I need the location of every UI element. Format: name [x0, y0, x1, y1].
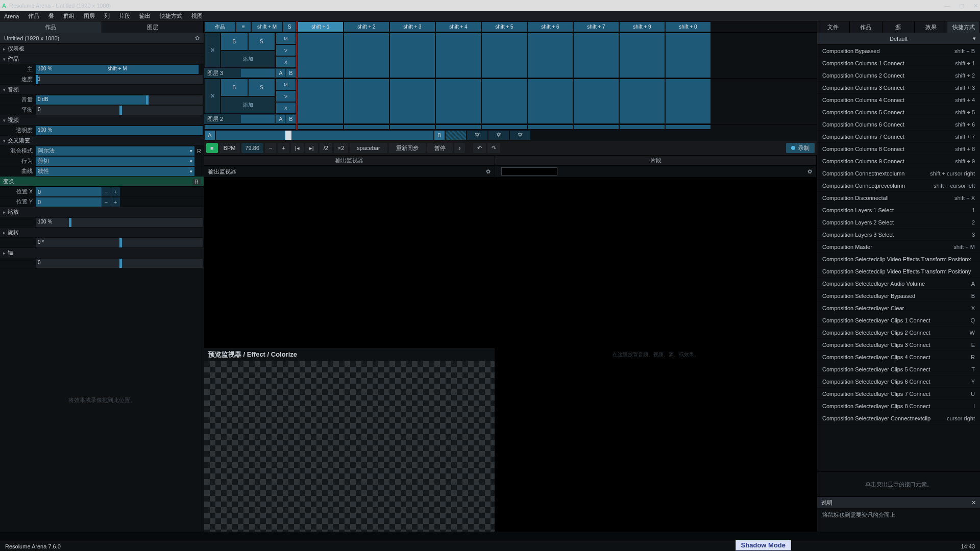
clip-cell[interactable]	[574, 79, 619, 123]
rtab-files[interactable]: 文件	[817, 21, 850, 33]
pause-button[interactable]: 暂停	[427, 143, 453, 153]
param-speed-slider[interactable]: 1	[36, 75, 203, 84]
cf-empty-2[interactable]: 空	[488, 131, 509, 140]
menu-group[interactable]: 群组	[63, 12, 75, 20]
behavior-dropdown[interactable]: 剪切	[36, 157, 194, 166]
shortcut-row[interactable]: Composition Columns 8 Connectshift + 8	[817, 143, 980, 155]
layer3-close[interactable]: ✕	[205, 33, 220, 67]
param-scale-slider[interactable]: 100 %	[36, 218, 203, 227]
layer2-x2[interactable]: X	[276, 103, 296, 113]
layer2-a[interactable]: A	[276, 115, 285, 123]
bpm-half[interactable]: /2	[320, 143, 332, 153]
layer3-v[interactable]: V	[276, 45, 296, 56]
menu-column[interactable]: 列	[104, 12, 110, 20]
shortcut-row[interactable]: Composition Connectnextcolumnshift + cur…	[817, 167, 980, 180]
clip-cell[interactable]	[344, 79, 389, 123]
param-r[interactable]: R	[194, 148, 204, 154]
rtab-shortcuts[interactable]: 快捷方式	[947, 21, 980, 33]
menu-composition[interactable]: 作品	[28, 12, 39, 20]
layer3-add[interactable]: 添加	[221, 51, 275, 68]
layer3-s[interactable]: S	[249, 33, 275, 50]
layer3-a[interactable]: A	[276, 69, 285, 77]
shortcut-row[interactable]: Composition Selectedlayer Clips 6 Connec…	[817, 375, 980, 388]
clip-cell[interactable]	[298, 79, 343, 123]
col-block-s[interactable]: S	[283, 22, 296, 32]
redo-button[interactable]: ↷	[487, 143, 500, 153]
section-anchor[interactable]: 锚	[0, 248, 204, 258]
shortcut-row[interactable]: Composition Selectedlayer Clips 7 Connec…	[817, 388, 980, 400]
clip-cell[interactable]	[390, 79, 435, 123]
layer2-add[interactable]: 添加	[221, 97, 275, 114]
posx-plus[interactable]: +	[111, 187, 120, 196]
menu-layer[interactable]: 图层	[84, 12, 95, 20]
layer2-b[interactable]: B	[221, 79, 248, 96]
shortcut-row[interactable]: Composition Selectedlayer Clips 8 Connec…	[817, 400, 980, 412]
column-header-3[interactable]: shift + 3	[390, 22, 435, 32]
bpm-minus[interactable]: −	[265, 143, 276, 153]
shortcut-row[interactable]: Composition Selectedlayer Clips 2 Connec…	[817, 327, 980, 339]
layer3-b[interactable]: B	[221, 33, 248, 50]
shortcut-row[interactable]: Composition Columns 7 Connectshift + 7	[817, 131, 980, 143]
output-gear-icon[interactable]: ✿	[486, 168, 491, 175]
section-video[interactable]: 视频	[0, 115, 204, 126]
shortcut-row[interactable]: Composition Selectedlayer ClearX	[817, 302, 980, 314]
shortcut-row[interactable]: Composition Selectedlayer Clips 4 Connec…	[817, 351, 980, 363]
shortcut-row[interactable]: Composition Selectedclip Video Effects T…	[817, 265, 980, 278]
menu-deck[interactable]: 叠	[48, 12, 54, 20]
layer2-v[interactable]: V	[276, 91, 296, 102]
param-anchor-slider[interactable]: 0	[36, 259, 203, 268]
param-opacity-slider[interactable]: 100 %	[36, 126, 203, 135]
col-block-comp[interactable]: 作品	[205, 22, 235, 32]
menu-clip[interactable]: 片段	[119, 12, 130, 20]
shortcut-row[interactable]: Composition Selectedlayer BypassedB	[817, 290, 980, 302]
shortcut-row[interactable]: Composition Columns 3 Connectshift + 3	[817, 82, 980, 94]
column-header-5[interactable]: shift + 5	[482, 22, 527, 32]
crossfader-hatch[interactable]	[446, 131, 466, 140]
maximize-button[interactable]: ▢	[959, 3, 964, 9]
layer3-bb[interactable]: B	[286, 69, 296, 77]
rtab-sources[interactable]: 源	[883, 21, 915, 33]
preset-dropdown[interactable]: Default	[817, 33, 980, 45]
layer3-fader[interactable]	[241, 69, 275, 77]
tab-layer[interactable]: 图层	[102, 21, 204, 33]
col-block-shiftm[interactable]: shift + M	[252, 22, 282, 32]
clip-cell[interactable]	[436, 79, 481, 123]
metronome-button[interactable]: ♪	[454, 143, 465, 153]
column-header-7[interactable]: shift + 7	[574, 22, 619, 32]
param-volume-slider[interactable]: 0 dB	[36, 95, 203, 105]
clip-cell[interactable]	[390, 125, 435, 129]
col-block-m[interactable]: ≡	[236, 22, 251, 32]
shortcut-row[interactable]: Composition Layers 3 Select3	[817, 229, 980, 241]
section-transform[interactable]: 变换	[3, 178, 14, 185]
shortcut-row[interactable]: Composition Columns 5 Connectshift + 5	[817, 106, 980, 118]
bpm-plus[interactable]: +	[278, 143, 289, 153]
clip-cell[interactable]	[666, 79, 710, 123]
clip-cell[interactable]	[482, 33, 527, 78]
layer2-bb[interactable]: B	[286, 115, 296, 123]
clip-cell[interactable]	[620, 33, 665, 78]
minimize-button[interactable]: —	[944, 3, 950, 9]
layer3-m[interactable]: M	[276, 33, 296, 44]
layer2-close[interactable]: ✕	[205, 79, 220, 113]
clip-cell[interactable]	[528, 33, 573, 78]
shortcut-row[interactable]: Composition Selectedlayer Clips 1 Connec…	[817, 314, 980, 327]
undo-button[interactable]: ↶	[473, 143, 486, 153]
clip-cell[interactable]	[482, 125, 527, 129]
param-master-slider[interactable]: 100 % shift + M	[36, 65, 199, 74]
shortcut-row[interactable]: Composition Columns 2 Connectshift + 2	[817, 69, 980, 82]
clip-cell[interactable]	[390, 33, 435, 78]
section-audio[interactable]: 音频	[0, 85, 204, 95]
clip-gear-icon[interactable]: ✿	[807, 168, 812, 175]
clip-cell[interactable]	[436, 125, 481, 129]
column-header-1[interactable]: shift + 1	[298, 22, 343, 32]
param-rotate-slider[interactable]: 0 °	[36, 238, 203, 247]
section-rotate[interactable]: 旋转	[0, 228, 204, 238]
clip-cell[interactable]	[620, 79, 665, 123]
shortcut-row[interactable]: Composition Columns 6 Connectshift + 6	[817, 118, 980, 131]
shortcut-row[interactable]: Composition Selectedlayer Clips 5 Connec…	[817, 363, 980, 375]
clip-cell[interactable]	[298, 33, 343, 78]
clip-name-input[interactable]	[501, 167, 557, 176]
clip-cell[interactable]	[574, 33, 619, 78]
layer2-m[interactable]: M	[276, 79, 296, 90]
shortcut-row[interactable]: Composition Columns 1 Connectshift + 1	[817, 57, 980, 69]
